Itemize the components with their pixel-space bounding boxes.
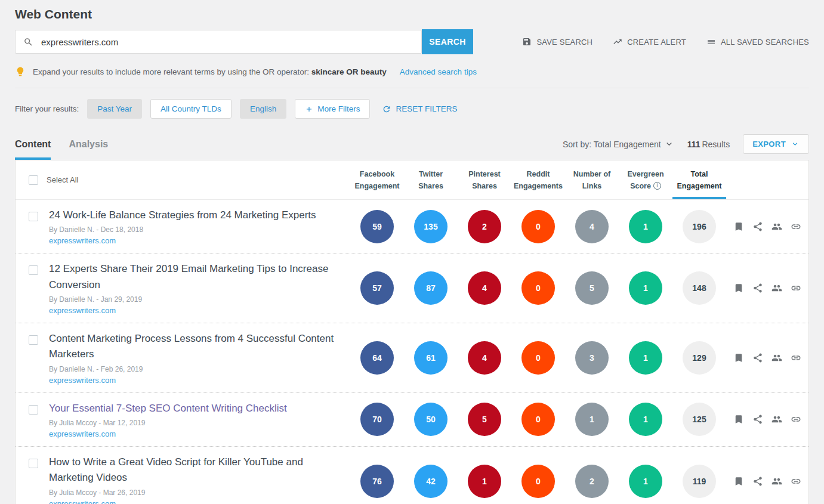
refresh-icon xyxy=(382,104,391,114)
table-row: 12 Experts Share Their 2019 Email Market… xyxy=(16,253,808,323)
share-icon[interactable] xyxy=(752,414,763,425)
pinterest-shares-cell: 4 xyxy=(458,271,511,305)
search-box[interactable] xyxy=(15,30,422,54)
bookmark-icon[interactable] xyxy=(733,476,744,487)
total-engagement-cell: 148 xyxy=(672,271,726,305)
result-byline: By Danielle N. - Dec 18, 2018 xyxy=(49,225,336,234)
table-row: Your Essential 7-Step SEO Content Writin… xyxy=(16,393,808,447)
result-title[interactable]: Content Marketing Process Lessons from 4… xyxy=(49,331,336,363)
influencers-icon[interactable] xyxy=(771,283,782,293)
filter-label: Filter your results: xyxy=(15,104,79,113)
pinterest-shares-cell: 5 xyxy=(458,403,511,436)
share-icon[interactable] xyxy=(752,221,763,232)
results-toolbar: Content Analysis Sort by: Total Engageme… xyxy=(15,134,809,160)
tab-analysis[interactable]: Analysis xyxy=(69,139,108,160)
filter-past-year[interactable]: Past Year xyxy=(87,99,142,119)
pinterest-shares-value: 4 xyxy=(468,271,501,305)
evergreen-score-cell: 1 xyxy=(619,271,672,305)
select-all-checkbox[interactable] xyxy=(29,175,38,185)
sort-by-dropdown[interactable]: Sort by: Total Engagement xyxy=(563,139,674,149)
result-domain-link[interactable]: expresswriters.com xyxy=(49,306,336,315)
reddit-engagements-cell: 0 xyxy=(511,341,565,375)
pinterest-shares-value: 5 xyxy=(468,403,501,436)
total-engagement-value: 119 xyxy=(683,465,716,498)
column-header-pinterest-shares[interactable]: PinterestShares xyxy=(458,160,511,199)
backlinks-icon[interactable] xyxy=(791,283,801,293)
influencers-icon[interactable] xyxy=(771,476,782,487)
bookmark-icon[interactable] xyxy=(733,283,744,293)
number-of-links-cell: 2 xyxy=(565,465,619,498)
share-icon[interactable] xyxy=(752,283,763,293)
column-header-evergreen-score[interactable]: EvergreenScorei xyxy=(619,160,672,199)
create-alert-button[interactable]: CREATE ALERT xyxy=(613,37,686,47)
info-icon[interactable]: i xyxy=(653,182,661,190)
bookmark-icon[interactable] xyxy=(733,353,744,363)
column-header-total-engagement[interactable]: TotalEngagement xyxy=(672,160,726,199)
metric-circles: 591352041196 xyxy=(350,210,726,243)
table-header: Select All FacebookEngagementTwitterShar… xyxy=(16,160,808,200)
backlinks-icon[interactable] xyxy=(791,414,801,425)
save-icon xyxy=(522,37,532,47)
row-checkbox[interactable] xyxy=(29,335,38,345)
bookmark-icon[interactable] xyxy=(733,414,744,425)
evergreen-score-value: 1 xyxy=(629,465,662,498)
facebook-engagement-cell: 76 xyxy=(350,465,404,498)
result-domain-link[interactable]: expresswriters.com xyxy=(49,236,336,245)
filter-language[interactable]: English xyxy=(240,99,286,119)
plus-icon xyxy=(305,105,313,113)
number-of-links-value: 5 xyxy=(575,271,609,305)
result-domain-link[interactable]: expresswriters.com xyxy=(49,499,336,504)
result-domain-link[interactable]: expresswriters.com xyxy=(49,376,336,385)
column-header-twitter-shares[interactable]: TwitterShares xyxy=(404,160,458,199)
create-alert-label: CREATE ALERT xyxy=(627,38,686,47)
column-header-reddit-engagements[interactable]: RedditEngagements xyxy=(511,160,565,199)
export-label: EXPORT xyxy=(752,140,786,149)
filter-country-tlds[interactable]: All Country TLDs xyxy=(150,99,232,119)
more-filters-button[interactable]: More Filters xyxy=(295,99,370,119)
all-saved-searches-button[interactable]: ALL SAVED SEARCHES xyxy=(706,37,809,47)
twitter-shares-cell: 87 xyxy=(404,271,458,305)
evergreen-score-value: 1 xyxy=(629,210,662,243)
influencers-icon[interactable] xyxy=(771,414,782,425)
row-checkbox[interactable] xyxy=(29,265,38,275)
reddit-engagements-cell: 0 xyxy=(511,210,565,243)
save-search-button[interactable]: SAVE SEARCH xyxy=(522,37,592,47)
result-title[interactable]: 24 Work-Life Balance Strategies from 24 … xyxy=(49,208,336,223)
pinterest-shares-value: 2 xyxy=(468,210,501,243)
search-input[interactable] xyxy=(40,36,413,48)
result-domain-link[interactable]: expresswriters.com xyxy=(49,429,336,438)
share-icon[interactable] xyxy=(752,353,763,363)
result-title[interactable]: 12 Experts Share Their 2019 Email Market… xyxy=(49,261,336,293)
evergreen-score-value: 1 xyxy=(629,403,662,436)
column-header-number-of-links[interactable]: Number ofLinks xyxy=(565,160,619,199)
result-byline: By Julia Mccoy - Mar 12, 2019 xyxy=(49,419,336,427)
metric-headers: FacebookEngagementTwitterSharesPinterest… xyxy=(350,160,726,199)
search-button[interactable]: SEARCH xyxy=(422,29,473,54)
backlinks-icon[interactable] xyxy=(791,476,801,487)
influencers-icon[interactable] xyxy=(771,221,782,232)
total-engagement-cell: 119 xyxy=(672,465,726,498)
backlinks-icon[interactable] xyxy=(791,221,801,232)
row-checkbox[interactable] xyxy=(29,212,38,221)
backlinks-icon[interactable] xyxy=(791,353,801,363)
export-button[interactable]: EXPORT xyxy=(743,134,809,154)
chevron-down-icon xyxy=(791,140,800,149)
tab-content[interactable]: Content xyxy=(15,139,51,160)
row-checkbox[interactable] xyxy=(29,405,38,415)
total-engagement-cell: 125 xyxy=(672,403,726,436)
row-checkbox[interactable] xyxy=(29,459,38,468)
share-icon[interactable] xyxy=(752,476,763,487)
pinterest-shares-cell: 2 xyxy=(458,210,511,243)
pinterest-shares-cell: 4 xyxy=(458,341,511,375)
result-byline: By Danielle N. - Jan 29, 2019 xyxy=(49,295,336,304)
number-of-links-value: 2 xyxy=(575,465,609,498)
result-title[interactable]: Your Essential 7-Step SEO Content Writin… xyxy=(49,401,336,416)
bookmark-icon[interactable] xyxy=(733,221,744,232)
influencers-icon[interactable] xyxy=(771,353,782,363)
column-header-facebook-engagement[interactable]: FacebookEngagement xyxy=(350,160,404,199)
save-search-label: SAVE SEARCH xyxy=(536,38,592,47)
reset-filters-button[interactable]: RESET FILTERS xyxy=(382,104,457,114)
advanced-search-tips-link[interactable]: Advanced search tips xyxy=(400,67,477,76)
menu-icon xyxy=(706,37,716,47)
result-title[interactable]: How to Write a Great Video Script for Ki… xyxy=(49,454,336,486)
